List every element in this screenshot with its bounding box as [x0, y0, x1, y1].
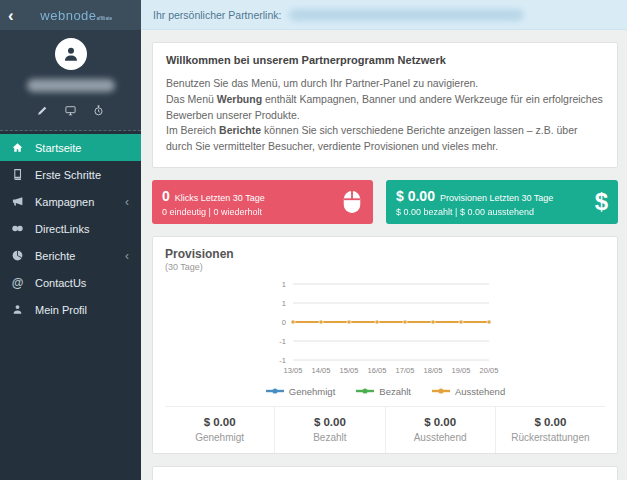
commissions-chart-card: Provisionen (30 Tage) 110-1-113/0514/051… [152, 236, 618, 454]
summary-label: Rückerstattungen [496, 432, 605, 443]
stats-row: 0 Klicks Letzten 30 Tage 0 eindeutig | 0… [152, 180, 618, 224]
affiliate-dashboard: ‹ webnodeaffiliate Ihr persönlicher Part… [0, 0, 627, 480]
sidebar-item-label: DirectLinks [35, 223, 131, 235]
summary-ausstehend: $ 0.00 Ausstehend [385, 407, 495, 453]
avatar[interactable] [55, 38, 87, 70]
summary-bezahlt: $ 0.00 Bezahlt [274, 407, 384, 453]
welcome-body: Benutzen Sie das Menü, um durch Ihr Part… [166, 76, 604, 155]
sidebar-item-label: Berichte [35, 250, 125, 262]
clicks-sub: 0 eindeutig | 0 wiederholt [162, 207, 333, 217]
summary-label: Bezahlt [275, 432, 384, 443]
sidebar-item-label: Kampagnen [35, 196, 125, 208]
commissions-value: $ 0.00 [396, 188, 435, 204]
welcome-line3-bold: Berichte [219, 124, 261, 136]
svg-text:17/05: 17/05 [396, 366, 415, 375]
line-chart: 110-1-113/0514/0515/0516/0517/0518/0519/… [265, 278, 505, 386]
sidebar-item-label: Erste Schritte [35, 169, 131, 181]
mouse-icon [333, 190, 363, 214]
stopwatch-icon[interactable] [92, 104, 105, 117]
main-content: Willkommen bei unserem Partnerprogramm N… [141, 30, 627, 480]
svg-text:15/05: 15/05 [340, 366, 359, 375]
svg-text:18/05: 18/05 [424, 366, 443, 375]
sidebar-item-label: ContactUs [35, 277, 131, 289]
topbar: ‹ webnodeaffiliate Ihr persönlicher Part… [0, 0, 627, 30]
topbar-brand-area: ‹ webnodeaffiliate [0, 0, 141, 30]
welcome-line1: Benutzen Sie das Menü, um durch Ihr Part… [166, 77, 478, 89]
welcome-card: Willkommen bei unserem Partnerprogramm N… [152, 42, 618, 168]
svg-text:1: 1 [282, 299, 286, 308]
user-icon [61, 44, 81, 64]
partner-link-label: Ihr persönlicher Partnerlink: [153, 9, 281, 21]
megaphone-icon [10, 194, 25, 209]
chart-subtitle: (30 Tage) [165, 262, 605, 272]
summary-label: Ausstehend [386, 432, 495, 443]
sidebar-item-contactus[interactable]: @ ContactUs [0, 269, 141, 296]
partner-link-bar: Ihr persönlicher Partnerlink: [141, 0, 627, 30]
commissions-stat-card: $ 0.00 Provisionen Letzten 30 Tage $ 0.0… [386, 180, 618, 224]
welcome-title: Willkommen bei unserem Partnerprogramm N… [166, 54, 604, 66]
summary-label: Genehmigt [165, 432, 274, 443]
brand-suffix: affiliate [97, 15, 113, 21]
sidebar-item-label: Mein Profil [35, 304, 131, 316]
chart-title: Provisionen [165, 247, 605, 261]
monitor-icon[interactable] [64, 104, 77, 117]
profile-tools [0, 104, 141, 117]
brand-text: webnode [40, 8, 96, 23]
svg-text:-1: -1 [279, 337, 286, 346]
svg-text:13/05: 13/05 [284, 366, 303, 375]
welcome-line3-pre: Im Bereich [166, 124, 219, 136]
sidebar-item-erste-schritte[interactable]: Erste Schritte [0, 161, 141, 188]
summary-value: $ 0.00 [386, 416, 495, 428]
dollar-icon: $ [578, 190, 608, 214]
svg-text:16/05: 16/05 [368, 366, 387, 375]
svg-text:-1: -1 [279, 356, 286, 365]
book-icon [10, 167, 25, 182]
summary-value: $ 0.00 [275, 416, 384, 428]
commissions-sub: $ 0.00 bezahlt | $ 0.00 ausstehend [396, 207, 578, 217]
welcome-line2-bold: Werbung [217, 93, 262, 105]
sidebar-item-mein-profil[interactable]: Mein Profil [0, 296, 141, 323]
welcome-line2-pre: Das Menü [166, 93, 217, 105]
sidebar-item-startseite[interactable]: Startseite [0, 134, 141, 161]
sidebar-item-kampagnen[interactable]: Kampagnen ‹ [0, 188, 141, 215]
link-icon [10, 221, 25, 236]
partner-link-redacted[interactable] [289, 9, 524, 21]
chevron-left-icon: ‹ [125, 249, 129, 263]
svg-text:20/05: 20/05 [480, 366, 499, 375]
commissions-label: Provisionen Letzten 30 Tage [440, 193, 553, 203]
summary-value: $ 0.00 [165, 416, 274, 428]
sidebar-item-berichte[interactable]: Berichte ‹ [0, 242, 141, 269]
legend-item: Ausstehend [431, 386, 505, 397]
commissions-summary: $ 0.00 Genehmigt $ 0.00 Bezahlt $ 0.00 A… [165, 406, 605, 453]
webnode-logo: webnodeaffiliate [20, 8, 133, 23]
home-icon [10, 140, 25, 155]
sidebar-menu: Startseite Erste Schritte Kampagnen ‹ Di… [0, 131, 141, 323]
pie-icon [10, 248, 25, 263]
sidebar-item-directlinks[interactable]: DirectLinks [0, 215, 141, 242]
clicks-value: 0 [162, 188, 170, 204]
summary-value: $ 0.00 [496, 416, 605, 428]
clicks-stat-card: 0 Klicks Letzten 30 Tage 0 eindeutig | 0… [152, 180, 373, 224]
collapse-sidebar-icon[interactable]: ‹ [8, 7, 14, 24]
at-icon: @ [10, 275, 25, 290]
profile-section [0, 30, 141, 131]
legend-item: Genehmigt [265, 386, 335, 397]
summary-rueckerstattungen: $ 0.00 Rückerstattungen [495, 407, 605, 453]
user-icon [10, 302, 25, 317]
chevron-left-icon: ‹ [125, 195, 129, 209]
legend-item: Bezahlt [355, 386, 411, 397]
svg-text:19/05: 19/05 [452, 366, 471, 375]
sidebar: Startseite Erste Schritte Kampagnen ‹ Di… [0, 30, 141, 480]
sidebar-item-label: Startseite [35, 142, 131, 154]
svg-text:0: 0 [282, 318, 286, 327]
shortcuts-card: Affiliate panel tutorial video Mein Prof… [152, 466, 618, 480]
summary-genehmigt: $ 0.00 Genehmigt [165, 407, 274, 453]
svg-text:14/05: 14/05 [312, 366, 331, 375]
chart-legend: GenehmigtBezahltAusstehend [165, 386, 605, 397]
clicks-label: Klicks Letzten 30 Tage [175, 193, 265, 203]
username-redacted [27, 79, 115, 92]
svg-text:1: 1 [282, 280, 286, 289]
edit-pencil-icon[interactable] [36, 104, 49, 117]
